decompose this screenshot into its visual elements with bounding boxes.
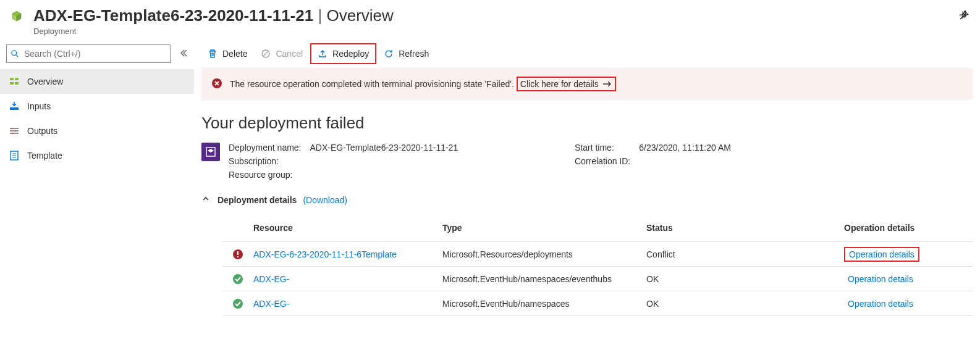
svg-rect-5 (10, 78, 14, 80)
operation-details-link[interactable]: Operation details (844, 273, 917, 285)
chevron-up-icon (201, 194, 210, 203)
download-link[interactable]: (Download) (303, 195, 347, 205)
details-title: Deployment details (218, 195, 297, 205)
outputs-icon (9, 126, 20, 136)
svg-point-13 (11, 128, 13, 130)
sidebar-item-inputs[interactable]: Inputs (0, 94, 194, 119)
trash-icon (208, 49, 218, 59)
cancel-button: Cancel (255, 43, 309, 64)
details-header: Deployment details (Download) (201, 194, 973, 205)
meta-value-correlation-id (639, 156, 731, 170)
deployment-icon (201, 143, 220, 161)
meta-value-start-time: 6/23/2020, 11:11:20 AM (639, 143, 731, 156)
resource-status: Conflict (646, 249, 844, 259)
search-icon (11, 49, 19, 58)
template-icon (9, 151, 20, 161)
error-details-link[interactable]: Click here for details (517, 77, 616, 91)
refresh-button[interactable]: Refresh (378, 43, 435, 64)
table-header-row: Resource Type Status Operation details (222, 214, 973, 242)
svg-point-28 (233, 274, 243, 284)
sidebar-item-label: Inputs (27, 101, 51, 111)
meta-label: Correlation ID: (575, 156, 630, 170)
delete-button[interactable]: Delete (201, 43, 253, 64)
svg-marker-24 (208, 149, 214, 152)
svg-line-4 (16, 55, 19, 57)
page-title: ADX-EG-Template6-23-2020-11-11-21 | Over… (33, 6, 939, 25)
refresh-icon (384, 49, 394, 59)
arrow-right-icon (602, 80, 612, 88)
svg-point-14 (15, 130, 17, 132)
sidebar-item-template[interactable]: Template (0, 143, 194, 168)
sidebar: Overview Inputs Outputs Template (0, 40, 194, 328)
status-heading: Your deployment failed (201, 114, 973, 133)
breadcrumb: Deployment (33, 27, 939, 36)
sidebar-item-overview[interactable]: Overview (0, 69, 194, 94)
col-type: Type (442, 223, 646, 233)
svg-point-3 (12, 51, 17, 56)
svg-point-15 (12, 133, 14, 135)
svg-line-21 (263, 51, 268, 56)
search-box[interactable] (6, 44, 171, 63)
deployment-name: ADX-EG-Template6-23-2020-11-11-21 (33, 6, 313, 25)
pin-button[interactable] (958, 10, 969, 23)
meta-label: Resource group: (229, 170, 302, 183)
svg-rect-9 (10, 107, 19, 110)
resource-link[interactable]: ADX-EG- (253, 299, 289, 309)
deployment-meta: Deployment name: Subscription: Resource … (201, 143, 973, 183)
meta-label: Start time: (575, 143, 630, 156)
svg-rect-6 (15, 78, 19, 80)
operation-details-link[interactable]: Operation details (844, 298, 917, 310)
redeploy-button[interactable]: Redeploy (310, 43, 376, 64)
col-resource: Resource (253, 223, 442, 233)
svg-rect-26 (237, 251, 239, 255)
error-icon (211, 78, 222, 91)
resource-link[interactable]: ADX-EG-6-23-2020-11-11-6Template (253, 249, 397, 259)
table-row: ADX-EG-Microsoft.EventHub/namespaces/eve… (222, 267, 973, 291)
sidebar-item-label: Template (27, 151, 62, 161)
svg-rect-27 (237, 256, 239, 257)
resource-link[interactable]: ADX-EG- (253, 274, 289, 284)
resource-type: Microsoft.EventHub/namespaces/eventhubs (442, 274, 646, 284)
page-section: Overview (326, 6, 393, 25)
meta-label: Subscription: (229, 156, 302, 170)
resource-status: OK (646, 299, 844, 309)
collapse-sidebar-button[interactable] (179, 49, 188, 59)
page-header: ADX-EG-Template6-23-2020-11-11-21 | Over… (0, 0, 980, 40)
svg-rect-8 (15, 82, 19, 85)
svg-point-29 (233, 299, 243, 309)
col-status: Status (646, 223, 844, 233)
cancel-icon (261, 49, 271, 59)
inputs-icon (9, 101, 20, 111)
error-icon (222, 249, 253, 260)
operation-details-link[interactable]: Operation details (844, 247, 919, 262)
sidebar-item-outputs[interactable]: Outputs (0, 119, 194, 143)
collapse-details-button[interactable] (201, 194, 210, 205)
error-banner: The resource operation completed with te… (201, 68, 973, 100)
svg-rect-7 (10, 82, 14, 85)
overview-icon (9, 77, 20, 86)
col-operation-details: Operation details (844, 223, 973, 233)
resource-type: Microsoft.EventHub/namespaces (442, 299, 646, 309)
table-row: ADX-EG-Microsoft.EventHub/namespacesOKOp… (222, 291, 973, 316)
meta-value-resource-group (310, 170, 458, 183)
meta-value-subscription (310, 156, 458, 170)
success-icon (222, 274, 253, 285)
command-bar: Delete Cancel Redeploy Refresh (194, 40, 980, 68)
deployment-details-table: Resource Type Status Operation details A… (222, 214, 973, 316)
resource-type: Microsoft.Resources/deployments (442, 249, 646, 259)
meta-label: Deployment name: (229, 143, 302, 156)
upload-icon (318, 49, 327, 59)
main-content: Delete Cancel Redeploy Refresh The resou… (194, 40, 980, 328)
success-icon (222, 298, 253, 309)
table-row: ADX-EG-6-23-2020-11-11-6TemplateMicrosof… (222, 242, 973, 267)
sidebar-item-label: Outputs (27, 126, 57, 136)
error-text: The resource operation completed with te… (230, 79, 514, 89)
resource-status: OK (646, 274, 844, 284)
search-input[interactable] (23, 48, 166, 59)
meta-value-deployment-name: ADX-EG-Template6-23-2020-11-11-21 (310, 143, 458, 156)
resource-type-icon (7, 9, 26, 27)
sidebar-item-label: Overview (27, 77, 63, 86)
